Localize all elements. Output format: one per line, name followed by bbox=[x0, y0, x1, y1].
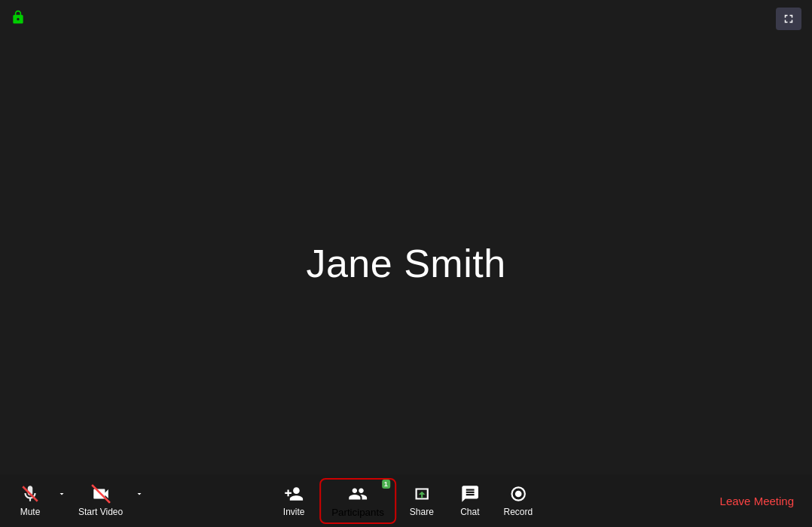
svg-point-3 bbox=[514, 491, 521, 498]
start-video-button[interactable]: Start Video bbox=[71, 480, 130, 522]
audio-options-button[interactable]: ​ bbox=[56, 485, 68, 516]
fullscreen-button[interactable] bbox=[776, 8, 801, 30]
mute-button[interactable]: Mute bbox=[8, 480, 53, 522]
toolbar-center: Invite Participants 1 Share bbox=[271, 478, 541, 524]
share-button[interactable]: Share bbox=[399, 480, 444, 522]
participants-button-wrapper: Participants 1 bbox=[319, 478, 396, 524]
top-bar bbox=[0, 0, 812, 38]
participants-count-badge: 1 bbox=[382, 480, 390, 489]
participant-name: Jane Smith bbox=[306, 241, 505, 286]
record-button[interactable]: Record bbox=[496, 480, 541, 522]
lock-icon bbox=[11, 10, 26, 28]
video-options-button[interactable]: ​ bbox=[133, 485, 145, 516]
invite-button[interactable]: Invite bbox=[271, 480, 316, 522]
toolbar-right: Leave Meeting bbox=[710, 489, 804, 513]
video-area: Jane Smith Mute ​ bbox=[0, 0, 812, 527]
chat-button[interactable]: Chat bbox=[447, 480, 493, 522]
bottom-toolbar: Mute ​ Start Video bbox=[0, 474, 812, 527]
toolbar-left: Mute ​ Start Video bbox=[8, 480, 145, 522]
leave-meeting-button[interactable]: Leave Meeting bbox=[710, 489, 804, 513]
